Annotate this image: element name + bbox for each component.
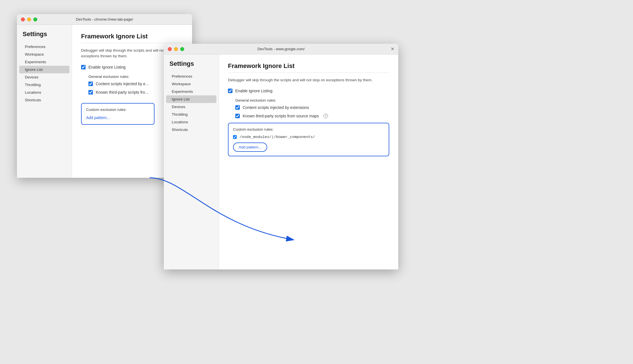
sidebar-item-preferences-back[interactable]: Preferences [19,43,69,51]
enable-ignore-listing-checkbox-front[interactable] [228,89,232,93]
titlebar-back: DevTools - chrome://new-tab-page/ [17,14,192,25]
custom-exclusion-title-front: Custom exclusion rules: [233,127,384,131]
sidebar-item-workspace-front[interactable]: Workspace [166,80,216,88]
sidebar-item-experiments-front[interactable]: Experiments [166,88,216,95]
sidebar-title-front: Settings [164,60,219,73]
sidebar-item-devices-front[interactable]: Devices [166,103,216,111]
sidebar-item-workspace-back[interactable]: Workspace [19,51,69,58]
sidebar-item-ignorelist-front[interactable]: Ignore List [166,95,216,103]
sidebar-item-shortcuts-front[interactable]: Shortcuts [166,126,216,133]
main-content-front: Framework Ignore List Debugger will skip… [219,54,398,269]
minimize-button-back[interactable] [27,17,31,21]
sidebar-title-back: Settings [17,30,72,43]
enable-ignore-listing-label-front: Enable Ignore Listing [235,89,273,93]
section-title-front: Framework Ignore List [228,62,389,70]
section-description-front: Debugger will skip through the scripts a… [228,77,389,83]
close-button-front[interactable] [168,47,172,51]
rule1-checkbox-front[interactable] [235,105,240,110]
maximize-button-back[interactable] [33,17,37,21]
exclusion-rules-section-front: General exclusion rules: Content scripts… [228,98,389,118]
general-exclusion-label-front: General exclusion rules: [235,98,389,102]
rule2-checkbox-back[interactable] [88,90,93,95]
rule2-label-front: Known third-party scripts from source ma… [243,114,319,118]
window-controls-front [168,47,184,51]
sidebar-back: Settings Preferences Workspace Experimen… [17,25,72,178]
custom-exclusion-box-front: Custom exclusion rules: /node_modules/|/… [228,123,389,156]
maximize-button-front[interactable] [180,47,184,51]
sidebar-item-experiments-back[interactable]: Experiments [19,58,69,66]
rule1-label-back: Content scripts injected by e… [96,82,149,86]
sidebar-item-ignorelist-back[interactable]: Ignore List [19,66,69,73]
window-x-button-front[interactable]: ✕ [391,47,394,51]
add-pattern-button-back[interactable]: Add pattern... [86,115,110,120]
window-controls-back [21,17,37,21]
sidebar-item-locations-back[interactable]: Locations [19,89,69,96]
rule1-checkbox-back[interactable] [88,82,93,86]
section-divider-back [81,43,183,43]
sidebar-item-devices-back[interactable]: Devices [19,73,69,81]
rule1-label-front: Content scripts injected by extensions [243,105,309,110]
sidebar-item-throttling-front[interactable]: Throttling [166,111,216,118]
add-pattern-button-front[interactable]: Add pattern... [233,142,267,152]
pattern-row-front: /node_modules/|/bower_components/ [233,135,384,139]
window-title-front: DevTools - www.google.com/ [258,47,305,51]
minimize-button-front[interactable] [174,47,178,51]
section-divider-front [228,73,389,73]
custom-exclusion-box-back: Custom exclusion rules: Add pattern... [81,103,155,125]
enable-ignore-listing-row-front: Enable Ignore Listing [228,89,389,93]
sidebar-front: Settings Preferences Workspace Experimen… [164,54,219,269]
window-title-back: DevTools - chrome://new-tab-page/ [76,17,133,21]
enable-ignore-listing-checkbox-back[interactable] [81,65,86,69]
close-button-back[interactable] [21,17,25,21]
help-icon-front[interactable]: ? [323,114,328,118]
pattern-value-front: /node_modules/|/bower_components/ [240,135,315,139]
rule2-label-back: Known third-party scripts fro… [96,90,149,95]
window-body-front: Settings Preferences Workspace Experimen… [164,54,398,269]
rule1-row-front: Content scripts injected by extensions [235,105,389,110]
sidebar-item-locations-front[interactable]: Locations [166,118,216,126]
enable-ignore-listing-label-back: Enable Ignore Listing [88,65,126,69]
rule2-checkbox-front[interactable] [235,114,240,118]
sidebar-item-throttling-back[interactable]: Throttling [19,81,69,89]
sidebar-item-preferences-front[interactable]: Preferences [166,73,216,80]
sidebar-item-shortcuts-back[interactable]: Shortcuts [19,96,69,104]
pattern-checkbox-front[interactable] [233,135,237,139]
custom-exclusion-title-back: Custom exclusion rules: [86,108,149,112]
titlebar-front: DevTools - www.google.com/ ✕ [164,44,398,54]
rule2-row-front: Known third-party scripts from source ma… [235,114,389,118]
devtools-window-front: DevTools - www.google.com/ ✕ Settings Pr… [164,44,398,269]
section-title-back: Framework Ignore List [81,33,183,40]
